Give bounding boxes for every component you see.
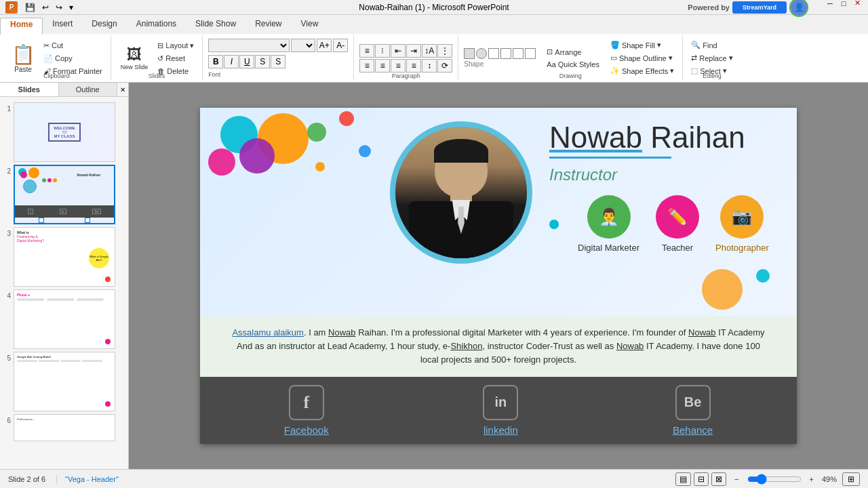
find-icon: 🔍 — [691, 41, 701, 49]
shape-line[interactable] — [513, 48, 524, 59]
underline-button[interactable]: U — [239, 55, 254, 68]
reading-view-button[interactable]: ⊠ — [711, 472, 726, 486]
zoom-plus[interactable]: + — [807, 475, 816, 483]
tab-slides[interactable]: Slides — [0, 83, 59, 96]
shape-connector[interactable] — [525, 48, 536, 59]
deco-circle-6 — [339, 111, 354, 126]
sidebar-close-button[interactable]: ✕ — [117, 84, 128, 95]
copy-icon: 📄 — [43, 54, 53, 63]
slide-thumb-5[interactable]: 5 Google Ads Comng Model — [3, 352, 125, 411]
roles-row: 👨‍💼 Digital Marketer ✏️ Teacher 📷 Photog… — [549, 195, 776, 253]
social-footer: f Facebook in linkedin Be Behance — [200, 377, 797, 444]
bio-section: Assalamu alaikum. I am Nowab Raihan. I'm… — [200, 317, 797, 377]
tab-view[interactable]: View — [292, 18, 328, 34]
convert-to-smartart-button[interactable]: ⟳ — [437, 59, 452, 73]
slide-thumb-1[interactable]: 1 WELCOME TO MY CLASS — [3, 102, 125, 162]
close-button[interactable]: ✕ — [852, 0, 863, 9]
numbered-list-button[interactable]: ⁝ — [375, 44, 390, 58]
facebook-social[interactable]: f Facebook — [284, 385, 329, 436]
tab-outline[interactable]: Outline — [59, 83, 118, 96]
undo-button[interactable]: ↩ — [40, 2, 51, 13]
reset-button[interactable]: ↺ Reset — [155, 53, 197, 64]
zoom-minus[interactable]: − — [732, 475, 741, 483]
behance-icon: Be — [675, 385, 711, 420]
photographer-label: Photographer — [715, 243, 769, 253]
deco-circle-bottom — [702, 269, 743, 310]
line-spacing-button[interactable]: ↕ — [422, 59, 437, 73]
bold-button[interactable]: B — [208, 55, 223, 68]
increase-font-button[interactable]: A+ — [317, 39, 332, 52]
tab-animations[interactable]: Animations — [127, 18, 186, 34]
customize-quick-access-button[interactable]: ▾ — [67, 2, 75, 13]
justify-button[interactable]: ≡ — [406, 59, 421, 73]
shape-oval[interactable] — [476, 48, 487, 59]
clipboard-label: Clipboard — [3, 73, 111, 79]
layout-button[interactable]: ⊟ Layout▾ — [155, 40, 197, 52]
tab-review[interactable]: Review — [245, 18, 291, 34]
ribbon-content: 📋 Paste ✂ Cut 📄 Copy 🖌 Format Painter Cl… — [0, 34, 868, 83]
shape-fill-button[interactable]: 🪣 Shape Fill▾ — [608, 39, 677, 51]
tab-insert[interactable]: Insert — [43, 18, 82, 34]
role-teacher: ✏️ Teacher — [656, 195, 699, 253]
replace-button[interactable]: ⇄ Replace▾ — [688, 52, 735, 64]
minimize-button[interactable]: ─ — [825, 0, 835, 9]
behance-label: Behance — [673, 424, 713, 436]
shape-outline-button[interactable]: ▭ Shape Outline▾ — [608, 52, 677, 64]
decrease-indent-button[interactable]: ⇤ — [391, 44, 406, 58]
deco-circle-8 — [315, 162, 325, 171]
redo-button[interactable]: ↪ — [54, 2, 64, 13]
new-slide-label: New Slide — [121, 64, 149, 70]
shadow-button[interactable]: S — [271, 55, 285, 68]
font-name-selector[interactable] — [208, 39, 290, 52]
digital-marketer-label: Digital Marketer — [578, 243, 639, 253]
strikethrough-button[interactable]: S — [255, 55, 270, 68]
align-center-button[interactable]: ≡ — [375, 59, 390, 73]
tab-home[interactable]: Home — [0, 18, 43, 35]
tab-design[interactable]: Design — [82, 18, 126, 34]
slide-img-2[interactable]: Nowab Raihan f in Be — [14, 165, 115, 224]
slide-img-1[interactable]: WELCOME TO MY CLASS — [14, 102, 115, 162]
slide-img-3[interactable]: What is Freelancing & Digital Marketing?… — [14, 227, 115, 287]
save-button[interactable]: 💾 — [23, 2, 37, 13]
font-size-selector[interactable] — [291, 39, 315, 52]
slide-thumb-6[interactable]: 6 Performance... — [3, 414, 125, 441]
quick-styles-button[interactable]: Aa Quick Styles — [544, 59, 602, 70]
linkedin-social[interactable]: in linkedin — [483, 385, 518, 436]
status-bar: Slide 2 of 6 "Vega - Header" ▤ ⊟ ⊠ − + 4… — [0, 469, 868, 488]
decrease-font-button[interactable]: A- — [333, 39, 348, 52]
slide-thumb-2[interactable]: 2 Nowab Raihan f — [3, 165, 125, 224]
cut-button[interactable]: ✂ Cut — [41, 40, 105, 52]
tab-slide-show[interactable]: Slide Show — [186, 18, 245, 34]
fit-to-window-button[interactable]: ⊞ — [842, 472, 860, 486]
align-right-button[interactable]: ≡ — [391, 59, 406, 73]
slide-img-5[interactable]: Google Ads Comng Model — [14, 352, 115, 411]
slide-sorter-button[interactable]: ⊟ — [694, 472, 709, 486]
bullet-list-button[interactable]: ≡ — [359, 44, 374, 58]
editing-label: Editing — [683, 73, 741, 79]
italic-button[interactable]: I — [224, 55, 239, 68]
slide-thumb-3[interactable]: 3 What is Freelancing & Digital Marketin… — [3, 227, 125, 287]
find-button[interactable]: 🔍 Find — [688, 39, 735, 51]
arrange-button[interactable]: ⊡ Arrange — [544, 46, 602, 58]
copy-button[interactable]: 📄 Copy — [41, 53, 105, 64]
text-columns-button[interactable]: ⋮ — [437, 44, 452, 58]
shape-rectangle[interactable] — [464, 48, 475, 59]
paste-button[interactable]: 📋 Paste — [8, 42, 38, 75]
slide-img-6[interactable]: Performance... — [14, 414, 115, 441]
align-left-button[interactable]: ≡ — [359, 59, 374, 73]
behance-social[interactable]: Be Behance — [673, 385, 713, 436]
text-direction-button[interactable]: ↕A — [422, 44, 437, 58]
paragraph-group: ≡ ⁝ ⇤ ⇥ ↕A ⋮ ≡ ≡ ≡ ≡ ↕ ⟳ Paragraph — [354, 35, 458, 81]
slides-panel: 1 WELCOME TO MY CLASS 2 — [0, 97, 128, 469]
shape-other[interactable] — [488, 48, 499, 59]
maximize-button[interactable]: □ — [838, 0, 849, 9]
new-slide-button[interactable]: 🖼 New Slide — [117, 45, 153, 72]
shape-arrow[interactable] — [500, 48, 511, 59]
slide-thumb-4[interactable]: 4 Phase ● — [3, 289, 125, 349]
normal-view-button[interactable]: ▤ — [675, 472, 691, 486]
slide-img-4[interactable]: Phase ● — [14, 289, 115, 349]
slide-canvas[interactable]: Nowab Raihan Instructor 👨‍💼 Digital Mark… — [200, 108, 797, 444]
zoom-slider[interactable] — [747, 474, 802, 485]
zoom-level: 49% — [822, 475, 837, 483]
increase-indent-button[interactable]: ⇥ — [406, 44, 421, 58]
